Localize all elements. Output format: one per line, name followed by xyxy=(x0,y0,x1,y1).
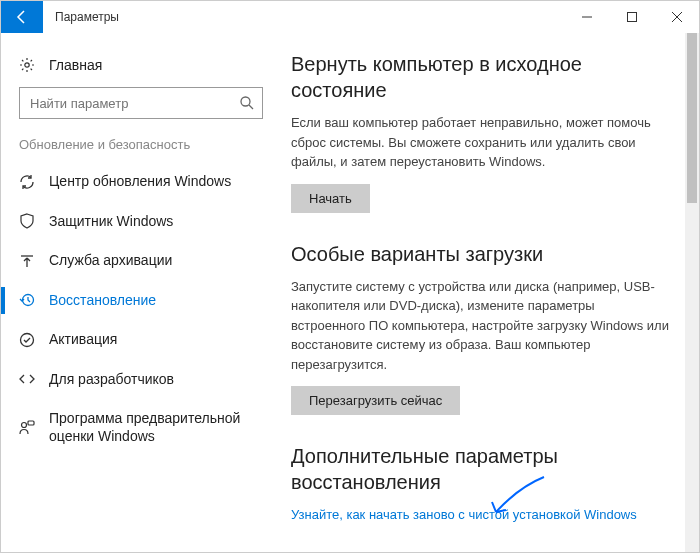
content-pane: Вернуть компьютер в исходное состояние Е… xyxy=(281,33,699,552)
section-advanced-startup: Особые варианты загрузки Запустите систе… xyxy=(291,241,669,416)
close-icon xyxy=(672,12,682,22)
section-body: Если ваш компьютер работает неправильно,… xyxy=(291,113,669,172)
window-body: Главная Обновление и безопасность Центр … xyxy=(1,33,699,552)
section-heading: Дополнительные параметры восстановления xyxy=(291,443,669,495)
window-title: Параметры xyxy=(43,10,564,24)
sidebar-home[interactable]: Главная xyxy=(1,49,281,81)
section-reset: Вернуть компьютер в исходное состояние Е… xyxy=(291,51,669,213)
sidebar-item-defender[interactable]: Защитник Windows xyxy=(1,202,281,242)
sidebar-item-recovery[interactable]: Восстановление xyxy=(1,281,281,321)
section-more-recovery: Дополнительные параметры восстановления … xyxy=(291,443,669,523)
scrollthumb[interactable] xyxy=(687,33,697,203)
history-icon xyxy=(19,292,35,308)
sidebar-item-label: Центр обновления Windows xyxy=(49,173,231,191)
sidebar-item-label: Защитник Windows xyxy=(49,213,173,231)
sidebar-item-label: Восстановление xyxy=(49,292,156,310)
svg-rect-6 xyxy=(28,421,34,425)
restart-now-button[interactable]: Перезагрузить сейчас xyxy=(291,386,460,415)
window-controls xyxy=(564,1,699,33)
person-feedback-icon xyxy=(19,420,35,436)
minimize-button[interactable] xyxy=(564,1,609,33)
minimize-icon xyxy=(582,12,592,22)
sidebar-item-label: Программа предварительной оценки Windows xyxy=(49,410,263,445)
check-circle-icon xyxy=(19,332,35,348)
sidebar-item-label: Служба архивации xyxy=(49,252,172,270)
shield-icon xyxy=(19,213,35,229)
scrollbar[interactable] xyxy=(685,33,699,552)
sidebar-group-label: Обновление и безопасность xyxy=(1,137,281,162)
section-heading: Особые варианты загрузки xyxy=(291,241,669,267)
maximize-button[interactable] xyxy=(609,1,654,33)
svg-point-4 xyxy=(21,333,34,346)
backup-icon xyxy=(19,253,35,269)
sidebar-item-windows-update[interactable]: Центр обновления Windows xyxy=(1,162,281,202)
svg-point-1 xyxy=(25,63,29,67)
code-icon xyxy=(19,371,35,387)
reset-start-button[interactable]: Начать xyxy=(291,184,370,213)
section-body: Запустите систему с устройства или диска… xyxy=(291,277,669,375)
search-wrap xyxy=(19,87,263,119)
svg-point-2 xyxy=(241,97,250,106)
back-button[interactable] xyxy=(1,1,43,33)
sidebar-item-activation[interactable]: Активация xyxy=(1,320,281,360)
sidebar-item-label: Активация xyxy=(49,331,117,349)
sidebar-item-backup[interactable]: Служба архивации xyxy=(1,241,281,281)
search-input[interactable] xyxy=(19,87,263,119)
settings-window: Параметры Главная xyxy=(0,0,700,553)
close-button[interactable] xyxy=(654,1,699,33)
sidebar-item-developers[interactable]: Для разработчиков xyxy=(1,360,281,400)
search-icon xyxy=(239,95,255,111)
sidebar-home-label: Главная xyxy=(49,57,102,73)
maximize-icon xyxy=(627,12,637,22)
sync-icon xyxy=(19,174,35,190)
sidebar-item-insider[interactable]: Программа предварительной оценки Windows xyxy=(1,399,281,456)
section-heading: Вернуть компьютер в исходное состояние xyxy=(291,51,669,103)
svg-point-5 xyxy=(22,422,27,427)
arrow-left-icon xyxy=(14,9,30,25)
fresh-start-link[interactable]: Узнайте, как начать заново с чистой уста… xyxy=(291,507,637,522)
svg-rect-0 xyxy=(627,13,636,22)
sidebar-item-label: Для разработчиков xyxy=(49,371,174,389)
gear-icon xyxy=(19,57,35,73)
titlebar: Параметры xyxy=(1,1,699,33)
sidebar: Главная Обновление и безопасность Центр … xyxy=(1,33,281,552)
